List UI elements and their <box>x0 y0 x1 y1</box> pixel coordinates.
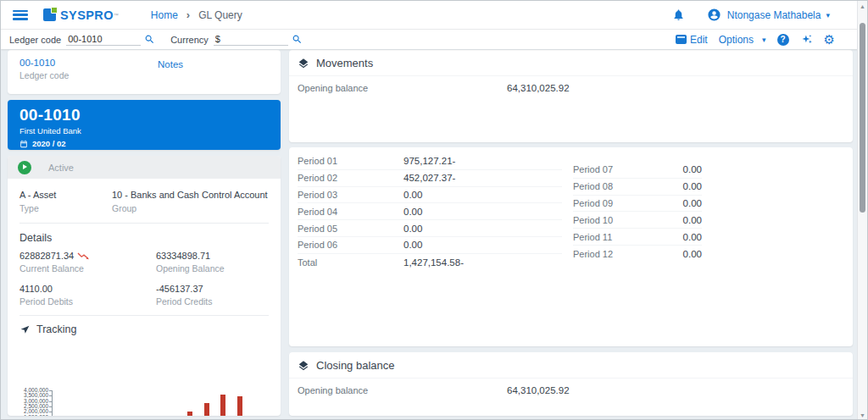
scroll-up-arrow[interactable]: ▲ <box>858 3 867 9</box>
period-label: Period 11 <box>573 232 612 242</box>
period-value: 0.00 <box>403 190 422 200</box>
period-row: Period 050.00 <box>298 220 562 237</box>
ledger-code-label: Ledger code <box>9 35 61 45</box>
period-value: 0.00 <box>683 181 702 191</box>
account-summary-card: 00-1010 First United Bank 2020 / 02 <box>8 100 281 150</box>
details-title: Details <box>19 232 269 244</box>
options-button[interactable]: Options <box>719 34 766 46</box>
opening-balance-value: 64,310,025.92 <box>507 385 570 395</box>
period-label: Period 12 <box>573 249 613 259</box>
options-label: Options <box>719 34 754 46</box>
bar-movement-positive-11 <box>220 395 225 416</box>
group-label: Group <box>112 203 202 213</box>
period-row: Total1,427,154.58- <box>298 254 562 271</box>
period-credits-label: Period Credits <box>156 296 269 307</box>
y-tick-label: 1,500,000 <box>24 415 48 416</box>
period-value: 0.00 <box>403 207 422 217</box>
period-value: 0.00 <box>683 215 702 225</box>
period-row: Period 090.00 <box>573 196 702 213</box>
ledger-code-link[interactable]: 00-1010 <box>19 58 69 68</box>
period-label: Period 08 <box>573 181 613 191</box>
period-label: Period 06 <box>298 240 403 250</box>
content-area: 00-1010 Ledger code Notes 00-1010 First … <box>1 49 859 420</box>
opening-balance-label: Opening balance <box>298 83 368 93</box>
periods-table-left: Period 01975,127.21-Period 02452,027.37-… <box>298 153 562 271</box>
period-row: Period 060.00 <box>298 237 562 254</box>
period-label: Period 07 <box>573 164 613 174</box>
layers-icon <box>298 360 309 372</box>
period-label: Period 09 <box>573 198 613 208</box>
movements-title: Movements <box>316 57 373 69</box>
ledger-code-card: 00-1010 Ledger code Notes <box>8 50 281 94</box>
app-header: SYSPRO ™ Home › GL Query Ntongase Mathab… <box>1 1 859 30</box>
trademark: ™ <box>114 13 119 18</box>
currency-input[interactable] <box>214 33 288 46</box>
syspro-logo-icon <box>43 8 56 21</box>
period-value: 452,027.37- <box>403 173 455 183</box>
y-tick-mark <box>49 390 52 391</box>
menu-icon[interactable] <box>13 10 28 20</box>
periods-table-right: Period 070.00Period 080.00Period 090.00P… <box>573 162 702 262</box>
opening-balance-value: 63334898.71 <box>156 251 269 261</box>
periods-card: Period 01975,127.21-Period 02452,027.37-… <box>289 147 853 346</box>
breadcrumb-chevron-icon: › <box>186 8 190 21</box>
ai-sparkle-icon[interactable] <box>800 33 813 46</box>
edit-view-icon <box>676 35 687 44</box>
tracking-icon <box>19 324 31 335</box>
period-label: Period 04 <box>298 207 403 217</box>
period-value: 0.00 <box>683 198 702 208</box>
account-period: 2020 / 02 <box>32 139 66 148</box>
trend-down-icon <box>77 252 90 260</box>
closing-balance-header: Closing balance <box>289 352 853 379</box>
period-row: Period 01975,127.21- <box>298 153 562 170</box>
period-label: Period 01 <box>298 156 403 166</box>
currency-search-icon[interactable] <box>292 34 303 45</box>
period-value: 975,127.21- <box>403 156 455 166</box>
period-row: Period 02452,027.37- <box>298 170 562 187</box>
movements-header: Movements <box>289 50 853 76</box>
gl-query-screen: SYSPRO ™ Home › GL Query Ntongase Mathab… <box>0 0 868 420</box>
notifications-bell-icon[interactable] <box>672 8 685 21</box>
movements-card: Movements Opening balance 64,310,025.92 <box>289 50 853 142</box>
y-tick-mark <box>49 395 52 396</box>
y-tick-mark <box>49 406 52 407</box>
closing-opening-balance-row: Opening balance 64,310,025.92 <box>289 379 853 402</box>
edit-button[interactable]: Edit <box>676 34 708 46</box>
period-value: 1,427,154.58- <box>403 257 464 268</box>
scroll-down-arrow[interactable]: ▼ <box>858 412 867 418</box>
tracking-chart: 4,000,0003,500,0003,000,0002,500,0002,00… <box>16 386 272 416</box>
user-name: Ntongase Mathabela <box>727 9 821 21</box>
period-value: 0.00 <box>403 240 422 250</box>
type-label: Type <box>19 203 112 213</box>
ledger-search-icon[interactable] <box>144 34 155 45</box>
bar-movement-positive-9 <box>187 412 192 416</box>
query-toolbar: Ledger code Currency Edit Options ? <box>1 30 859 49</box>
status-label: Active <box>48 163 74 173</box>
chevron-down-icon <box>826 11 830 19</box>
divider <box>19 223 269 224</box>
period-label: Period 02 <box>298 173 403 183</box>
classification-row: A - Asset Type 10 - Banks and Cash Group… <box>8 179 281 223</box>
group-value: 10 - Banks and Cash <box>112 190 202 200</box>
opening-balance-label: Opening Balance <box>156 263 269 274</box>
period-label: Period 10 <box>573 215 613 225</box>
period-row: Period 100.00 <box>573 212 702 229</box>
notes-link[interactable]: Notes <box>158 59 183 69</box>
help-button[interactable]: ? <box>777 34 789 46</box>
period-row: Period 110.00 <box>573 229 702 246</box>
closing-balance-title: Closing balance <box>316 359 395 372</box>
active-status-icon <box>18 161 31 174</box>
period-row: Period 040.00 <box>298 203 562 220</box>
ledger-code-input[interactable] <box>66 33 141 46</box>
user-menu[interactable]: Ntongase Mathabela <box>707 8 830 22</box>
y-tick-mark <box>49 401 52 402</box>
breadcrumb-home[interactable]: Home <box>151 9 178 21</box>
y-axis <box>52 390 53 416</box>
edit-label: Edit <box>690 34 708 46</box>
scrollbar-thumb[interactable] <box>860 23 865 213</box>
settings-gear-icon[interactable] <box>824 33 835 46</box>
vertical-scrollbar[interactable]: ▲ ▼ <box>857 1 867 420</box>
period-label: Period 05 <box>298 224 403 234</box>
syspro-logo: SYSPRO ™ <box>43 8 119 22</box>
tracking-section-header: Tracking <box>19 315 269 335</box>
